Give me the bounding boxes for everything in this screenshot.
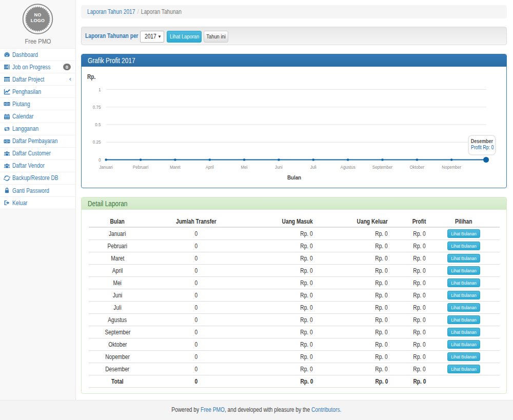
svg-text:0: 0 (98, 157, 101, 163)
svg-text:April: April (206, 164, 214, 170)
svg-text:Pebruari: Pebruari (133, 164, 149, 170)
svg-text:Bulan: Bulan (287, 174, 301, 181)
svg-text:0.25: 0.25 (93, 139, 101, 145)
svg-text:Juli: Juli (310, 164, 317, 170)
svg-text:Januari: Januari (99, 164, 113, 170)
svg-text:0.5: 0.5 (95, 122, 101, 127)
svg-text:Nopember: Nopember (442, 164, 461, 170)
svg-text:Mei: Mei (241, 164, 248, 170)
svg-text:September: September (372, 164, 393, 170)
svg-text:Maret: Maret (170, 164, 181, 170)
svg-text:1: 1 (98, 87, 101, 92)
svg-text:Oktober: Oktober (410, 164, 425, 170)
svg-text:Agustus: Agustus (341, 164, 356, 170)
svg-text:Rp.: Rp. (87, 73, 95, 81)
svg-text:LOGO: LOGO (31, 18, 45, 23)
svg-text:Juni: Juni (275, 164, 283, 170)
svg-text:NO: NO (34, 12, 41, 17)
svg-text:0.75: 0.75 (93, 104, 101, 110)
